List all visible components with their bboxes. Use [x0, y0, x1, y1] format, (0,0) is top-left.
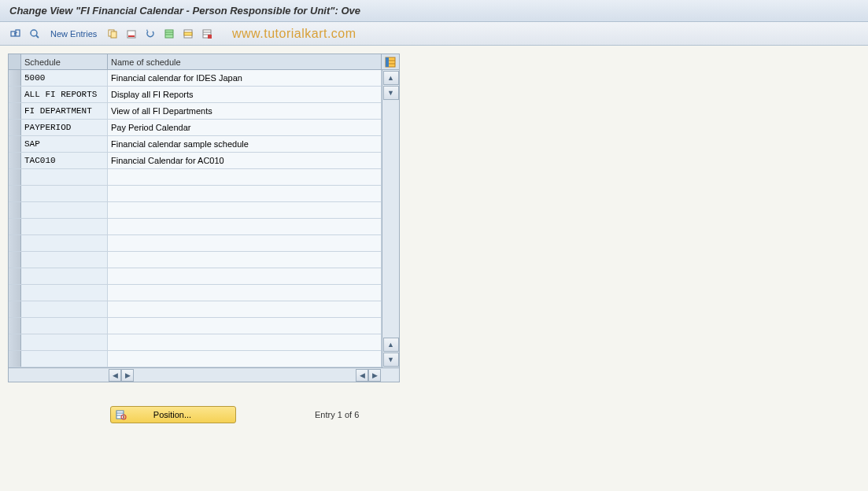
select-block-icon[interactable]	[180, 26, 196, 42]
other-view-icon[interactable]	[8, 26, 24, 42]
svg-rect-6	[111, 31, 116, 38]
position-button[interactable]: Position...	[110, 406, 236, 423]
cell-schedule[interactable]	[21, 219, 108, 234]
header-name[interactable]: Name of schedule	[108, 54, 382, 69]
cell-name[interactable]: View of all FI Departments	[108, 103, 382, 119]
cell-schedule[interactable]	[21, 334, 108, 350]
cell-schedule[interactable]	[21, 351, 108, 367]
row-selector[interactable]	[9, 252, 21, 268]
scroll-up-button[interactable]: ▲	[383, 71, 399, 85]
delete-icon[interactable]	[124, 26, 139, 42]
table-row	[9, 334, 382, 351]
cell-name[interactable]: Financial calendar sample schedule	[108, 136, 382, 152]
scroll-left-button-end[interactable]: ◀	[356, 369, 368, 382]
table-row	[9, 285, 382, 301]
row-selector[interactable]	[9, 334, 21, 350]
content-area: Schedule Name of schedule 5000Financial …	[0, 46, 868, 431]
table-row	[9, 169, 382, 186]
cell-schedule[interactable]	[21, 285, 108, 301]
cell-name[interactable]	[108, 219, 382, 234]
table-settings-icon[interactable]	[382, 54, 399, 69]
cell-name[interactable]	[108, 301, 382, 317]
schedule-table: Schedule Name of schedule 5000Financial …	[8, 54, 400, 382]
table-row	[9, 202, 382, 219]
row-selector[interactable]	[9, 301, 21, 317]
cell-schedule[interactable]: PAYPERIOD	[21, 120, 108, 135]
table-row	[9, 219, 382, 235]
entry-count-text: Entry 1 of 6	[315, 410, 359, 419]
table-row	[9, 351, 382, 367]
cell-name[interactable]	[108, 318, 382, 334]
cell-schedule[interactable]	[21, 235, 108, 251]
cell-name[interactable]: Display all FI Reports	[108, 87, 382, 102]
row-selector[interactable]	[9, 351, 21, 367]
cell-name[interactable]	[108, 186, 382, 201]
row-selector[interactable]	[9, 120, 21, 135]
svg-point-26	[123, 416, 124, 418]
cell-schedule[interactable]	[21, 252, 108, 268]
row-selector[interactable]	[9, 268, 21, 284]
cell-schedule[interactable]: FI DEPARTMENT	[21, 103, 108, 119]
row-selector[interactable]	[9, 318, 21, 334]
table-row: TAC010Financial Calendar for AC010	[9, 153, 382, 169]
row-selector[interactable]	[9, 235, 21, 251]
horizontal-scrollbar[interactable]: ◀ ▶ ◀ ▶	[9, 367, 399, 382]
table-row: SAPFinancial calendar sample schedule	[9, 136, 382, 153]
row-selector[interactable]	[9, 202, 21, 218]
scroll-down-button[interactable]: ▼	[383, 86, 399, 100]
table-row	[9, 235, 382, 252]
vertical-scrollbar[interactable]: ▲ ▼ ▲ ▼	[382, 70, 399, 367]
row-selector[interactable]	[9, 87, 21, 102]
cell-name[interactable]: Pay Period Calendar	[108, 120, 382, 135]
copy-as-icon[interactable]	[105, 26, 120, 42]
cell-schedule[interactable]	[21, 202, 108, 218]
cell-schedule[interactable]: TAC010	[21, 153, 108, 168]
row-selector[interactable]	[9, 169, 21, 185]
header-schedule[interactable]: Schedule	[21, 54, 108, 69]
deselect-all-icon[interactable]	[199, 26, 215, 42]
scroll-left-button[interactable]: ◀	[109, 369, 121, 382]
cell-schedule[interactable]	[21, 169, 108, 185]
select-all-icon[interactable]	[161, 26, 177, 42]
cell-schedule[interactable]: ALL FI REPORTS	[21, 87, 108, 102]
cell-schedule[interactable]: 5000	[21, 70, 108, 86]
undo-change-icon[interactable]	[142, 26, 158, 42]
row-selector[interactable]	[9, 285, 21, 301]
row-selector[interactable]	[9, 70, 21, 86]
cell-name[interactable]	[108, 351, 382, 367]
scroll-down-button-bottom[interactable]: ▼	[383, 353, 399, 367]
table-row: PAYPERIODPay Period Calendar	[9, 120, 382, 136]
new-entries-button[interactable]: New Entries	[46, 29, 102, 39]
row-selector[interactable]	[9, 153, 21, 168]
scroll-up-button-bottom[interactable]: ▲	[383, 338, 399, 352]
cell-name[interactable]	[108, 334, 382, 350]
cell-name[interactable]: Financial Calendar for AC010	[108, 153, 382, 168]
cell-name[interactable]	[108, 202, 382, 218]
cell-name[interactable]	[108, 268, 382, 284]
cell-name[interactable]	[108, 285, 382, 301]
position-icon	[116, 409, 127, 420]
watermark-text: www.tutorialkart.com	[232, 27, 356, 41]
cell-name[interactable]: Financial calendar for IDES Japan	[108, 70, 382, 86]
row-selector-header[interactable]	[9, 54, 21, 69]
row-selector[interactable]	[9, 103, 21, 119]
cell-schedule[interactable]	[21, 186, 108, 201]
row-selector[interactable]	[9, 219, 21, 234]
row-selector[interactable]	[9, 186, 21, 201]
cell-schedule[interactable]	[21, 301, 108, 317]
cell-name[interactable]	[108, 252, 382, 268]
cell-schedule[interactable]	[21, 318, 108, 334]
scroll-right-button[interactable]: ▶	[121, 369, 134, 382]
svg-rect-8	[128, 35, 135, 37]
cell-name[interactable]	[108, 169, 382, 185]
svg-rect-9	[165, 30, 173, 38]
row-selector[interactable]	[9, 136, 21, 152]
cell-name[interactable]	[108, 235, 382, 251]
scroll-right-button-end[interactable]: ▶	[368, 369, 381, 382]
table-row	[9, 301, 382, 318]
table-row: 5000Financial calendar for IDES Japan	[9, 70, 382, 87]
find-icon[interactable]	[27, 26, 42, 42]
cell-schedule[interactable]	[21, 268, 108, 284]
cell-schedule[interactable]: SAP	[21, 136, 108, 152]
position-button-label: Position...	[133, 410, 212, 419]
